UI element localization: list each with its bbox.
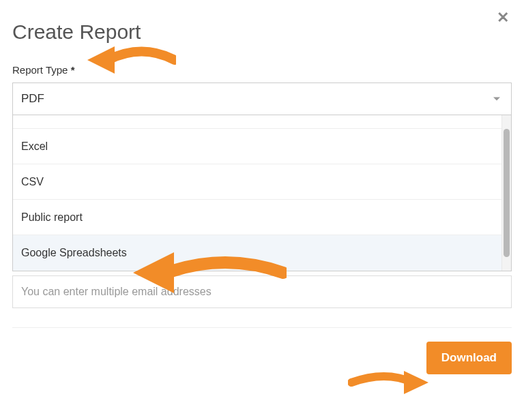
dropdown-list: PDF Excel CSV Public report Google Sprea…: [13, 115, 501, 271]
email-input[interactable]: [12, 275, 512, 308]
scrollbar-thumb[interactable]: [504, 129, 510, 257]
dropdown-option-label: Google Spreadsheets: [21, 247, 127, 259]
download-button[interactable]: Download: [426, 342, 512, 374]
create-report-dialog: ✕ Create Report Report Type * PDF PDF Ex…: [0, 0, 524, 420]
report-type-label-text: Report Type: [12, 64, 68, 76]
dropdown-option-label: Excel: [21, 140, 48, 153]
dialog-footer: Download: [12, 342, 512, 374]
report-type-select[interactable]: PDF: [12, 82, 512, 115]
svg-marker-2: [404, 371, 428, 394]
footer-divider: [12, 327, 512, 328]
report-type-selected-value: PDF: [21, 92, 44, 106]
chevron-down-icon: [493, 97, 500, 101]
dropdown-option-label: Public report: [21, 211, 83, 224]
report-type-label: Report Type *: [12, 64, 512, 76]
dialog-title: Create Report: [12, 20, 512, 44]
dropdown-option-google[interactable]: Google Spreadsheets: [13, 235, 501, 271]
dropdown-option-label: CSV: [21, 176, 44, 188]
dropdown-option-label: PDF: [21, 115, 43, 117]
report-type-dropdown: PDF Excel CSV Public report Google Sprea…: [12, 115, 512, 271]
close-icon[interactable]: ✕: [497, 10, 509, 25]
dropdown-option-pdf[interactable]: PDF: [13, 115, 501, 129]
dropdown-option-public[interactable]: Public report: [13, 200, 501, 235]
dropdown-option-csv[interactable]: CSV: [13, 164, 501, 200]
required-mark: *: [71, 64, 75, 76]
dropdown-option-excel[interactable]: Excel: [13, 129, 501, 164]
dropdown-scrollbar[interactable]: [501, 115, 511, 271]
